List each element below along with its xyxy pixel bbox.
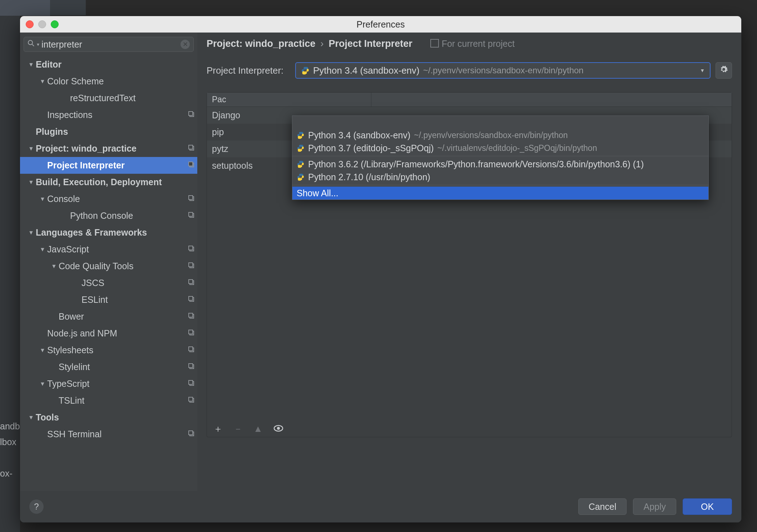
- for-current-project-hint: For current project: [432, 39, 515, 49]
- expand-icon: ▼: [28, 146, 34, 152]
- project-scope-icon: [188, 195, 194, 203]
- dropdown-item-label: Python 2.7.10 (/usr/bin/python): [308, 172, 430, 182]
- tree-item[interactable]: ▼JSCS: [20, 275, 197, 291]
- expand-icon: ▼: [39, 246, 46, 253]
- svg-rect-29: [189, 380, 193, 384]
- dropdown-item[interactable]: Python 3.4 (sandbox-env)~/.pyenv/version…: [292, 129, 708, 142]
- tree-item-label: ESLint: [81, 295, 186, 305]
- svg-line-1: [32, 44, 34, 46]
- dropdown-item-label: Python 3.7 (editdojo-_sSgPOqj): [308, 143, 434, 153]
- table-toolbar: ＋ － ▲: [207, 420, 290, 437]
- project-scope-icon: [188, 430, 194, 438]
- tree-item[interactable]: ▼Color Scheme: [20, 73, 197, 90]
- dropdown-item-label: Show All...: [297, 188, 338, 198]
- svg-rect-3: [189, 112, 193, 115]
- project-scope-icon: [188, 346, 194, 354]
- dropdown-item[interactable]: Show All...: [292, 187, 708, 200]
- interpreter-combo[interactable]: Python 3.4 (sandbox-env) ~/.pyenv/versio…: [295, 62, 711, 79]
- gear-icon: [719, 65, 728, 76]
- svg-rect-7: [189, 162, 193, 166]
- tree-item[interactable]: ▼Inspections: [20, 107, 197, 123]
- tree-item[interactable]: ▼TSLint: [20, 392, 197, 409]
- tree-item-label: Plugins: [36, 127, 194, 137]
- upgrade-package-button[interactable]: ▲: [253, 423, 263, 434]
- breadcrumb: Project: windo_practice › Project Interp…: [207, 38, 732, 49]
- svg-rect-13: [189, 246, 193, 250]
- tree-item[interactable]: ▼Console: [20, 191, 197, 207]
- tree-item[interactable]: ▼SSH Terminal: [20, 426, 197, 443]
- project-scope-icon: [188, 144, 194, 153]
- titlebar: Preferences: [20, 16, 741, 33]
- tree-item[interactable]: ▼Node.js and NPM: [20, 325, 197, 342]
- tree-item[interactable]: ▼Tools: [20, 409, 197, 426]
- tree-item[interactable]: ▼ESLint: [20, 291, 197, 308]
- tree-item-label: Stylesheets: [47, 345, 186, 355]
- clear-search-icon[interactable]: ✕: [180, 40, 190, 49]
- tree-item-label: Languages & Frameworks: [36, 227, 194, 238]
- minimize-window-button[interactable]: [38, 20, 46, 28]
- tree-item-label: Project Interpreter: [47, 160, 186, 171]
- tree-item-label: JavaScript: [47, 244, 186, 255]
- help-button[interactable]: ?: [29, 499, 44, 514]
- tree-item[interactable]: ▼Python Console: [20, 207, 197, 224]
- settings-tree: ▼Editor▼Color Scheme▼reStructuredText▼In…: [20, 56, 197, 491]
- project-scope-icon: [188, 329, 194, 338]
- apply-button[interactable]: Apply: [633, 498, 676, 515]
- tree-item-label: Stylelint: [59, 362, 186, 372]
- dropdown-item-label: Python 3.6.2 (/Library/Frameworks/Python…: [308, 159, 644, 169]
- project-scope-icon: [188, 262, 194, 270]
- search-input[interactable]: [41, 39, 178, 50]
- dialog-footer: ? Cancel Apply OK: [20, 491, 741, 522]
- dropdown-item-label: Python 3.4 (sandbox-env): [308, 130, 410, 141]
- project-scope-icon: [188, 212, 194, 220]
- tree-item[interactable]: ▼Editor: [20, 56, 197, 73]
- settings-search[interactable]: ▾ ✕: [24, 37, 194, 52]
- dropdown-item[interactable]: Python 3.6.2 (/Library/Frameworks/Python…: [292, 158, 708, 171]
- svg-rect-21: [189, 313, 193, 317]
- tree-item[interactable]: ▼Languages & Frameworks: [20, 224, 197, 241]
- show-early-releases-button[interactable]: [273, 423, 283, 434]
- cancel-button[interactable]: Cancel: [578, 498, 627, 515]
- tree-item[interactable]: ▼reStructuredText: [20, 90, 197, 107]
- dropdown-item[interactable]: [292, 116, 708, 129]
- project-scope-icon: [188, 380, 194, 388]
- add-package-button[interactable]: ＋: [213, 423, 223, 435]
- tree-item[interactable]: ▼Stylesheets: [20, 342, 197, 359]
- expand-icon: ▼: [28, 61, 34, 68]
- expand-icon: ▼: [28, 179, 34, 186]
- remove-package-button[interactable]: －: [233, 423, 243, 435]
- dropdown-item[interactable]: Python 2.7.10 (/usr/bin/python): [292, 171, 708, 183]
- settings-main-panel: Project: windo_practice › Project Interp…: [197, 33, 741, 491]
- svg-rect-5: [189, 145, 193, 149]
- tree-item-label: Node.js and NPM: [47, 328, 186, 339]
- search-dropdown-icon[interactable]: ▾: [37, 41, 39, 47]
- tree-item[interactable]: ▼Plugins: [20, 123, 197, 140]
- search-icon: [28, 40, 35, 49]
- tree-item[interactable]: ▼Bower: [20, 308, 197, 325]
- python-icon: [297, 131, 305, 139]
- col-package[interactable]: Pac: [207, 93, 371, 107]
- tree-item-label: Inspections: [47, 110, 186, 120]
- tree-item[interactable]: ▼Project Interpreter: [20, 157, 197, 174]
- tree-item[interactable]: ▼Build, Execution, Deployment: [20, 174, 197, 191]
- tree-item[interactable]: ▼TypeScript: [20, 375, 197, 392]
- project-scope-icon: [188, 161, 194, 169]
- dropdown-item[interactable]: Python 3.7 (editdojo-_sSgPOqj)~/.virtual…: [292, 142, 708, 154]
- combo-chevron-icon: ▼: [700, 68, 705, 73]
- zoom-window-button[interactable]: [51, 20, 59, 28]
- project-scope-icon: [188, 245, 194, 253]
- tree-item[interactable]: ▼JavaScript: [20, 241, 197, 258]
- dropdown-separator: [292, 185, 708, 185]
- project-scope-icon: [188, 296, 194, 304]
- ok-button[interactable]: OK: [683, 498, 732, 515]
- svg-rect-33: [189, 431, 193, 435]
- tree-item[interactable]: ▼Project: windo_practice: [20, 140, 197, 157]
- project-scope-icon: [432, 40, 439, 48]
- interpreter-gear-button[interactable]: [716, 62, 732, 79]
- tree-item-label: Editor: [36, 59, 194, 70]
- tree-item[interactable]: ▼Stylelint: [20, 359, 197, 375]
- project-scope-icon: [188, 279, 194, 287]
- tree-item-label: Project: windo_practice: [36, 143, 186, 154]
- close-window-button[interactable]: [26, 20, 34, 28]
- tree-item[interactable]: ▼Code Quality Tools: [20, 258, 197, 275]
